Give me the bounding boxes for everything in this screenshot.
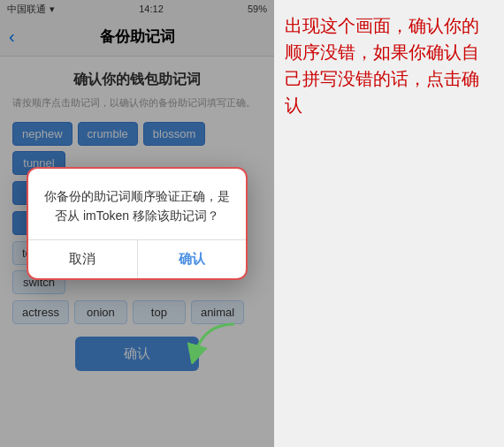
modal-box: 你备份的助记词顺序验证正确，是否从 imToken 移除该助记词？ 取消 确认 — [27, 167, 248, 281]
arrow-indicator — [186, 320, 239, 367]
modal-message: 你备份的助记词顺序验证正确，是否从 imToken 移除该助记词？ — [42, 186, 232, 226]
phone-frame: 中国联通 ▾ 14:12 59% ‹ 备份助记词 确认你的钱包助记词 请按顺序点… — [0, 0, 274, 447]
modal-ok-button[interactable]: 确认 — [138, 240, 247, 278]
modal-overlay: 你备份的助记词顺序验证正确，是否从 imToken 移除该助记词？ 取消 确认 — [0, 0, 274, 447]
annotation-panel: 出现这个画面，确认你的顺序没错，如果你确认自己拼写没错的话，点击确认 — [274, 0, 504, 447]
modal-cancel-button[interactable]: 取消 — [28, 240, 138, 278]
annotation-text: 出现这个画面，确认你的顺序没错，如果你确认自己拼写没错的话，点击确认 — [285, 12, 493, 118]
modal-buttons: 取消 确认 — [28, 239, 246, 278]
